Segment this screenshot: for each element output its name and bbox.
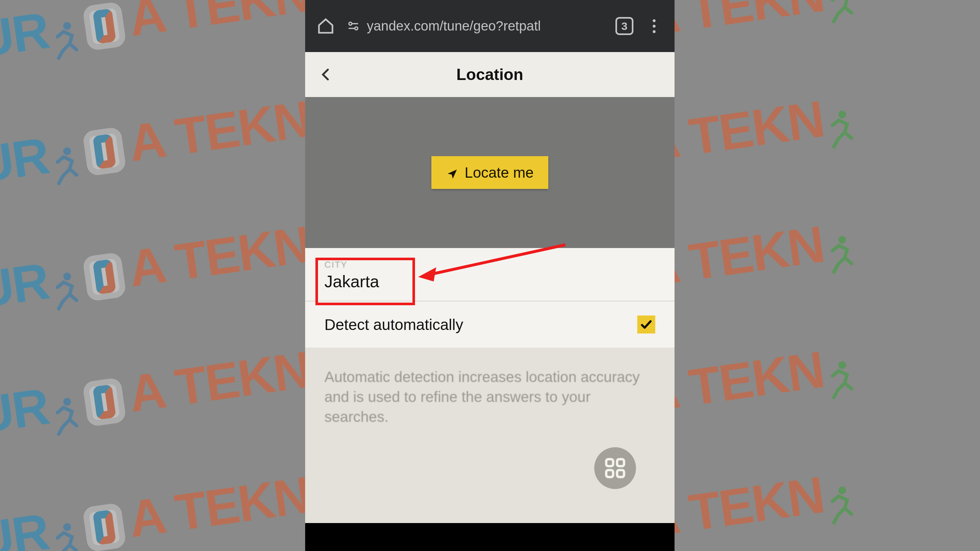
svg-point-19 — [838, 486, 847, 495]
svg-point-6 — [63, 397, 71, 406]
svg-point-15 — [838, 236, 847, 244]
svg-point-20 — [349, 22, 352, 25]
svg-point-8 — [63, 523, 71, 531]
city-field[interactable]: CITY Jakarta — [305, 248, 675, 301]
svg-point-0 — [63, 22, 71, 30]
svg-rect-28 — [606, 470, 613, 477]
page-title: Location — [305, 65, 675, 84]
overflow-menu-icon[interactable] — [645, 17, 663, 35]
svg-point-2 — [63, 147, 71, 156]
apps-grid-fab[interactable] — [594, 447, 636, 489]
browser-toolbar: yandex.com/tune/geo?retpatl 3 — [305, 0, 675, 52]
info-section: Automatic detection increases location a… — [305, 348, 675, 523]
city-field-value: Jakarta — [325, 272, 655, 291]
svg-rect-27 — [617, 459, 624, 466]
map-placeholder: Locate me — [305, 97, 675, 248]
detect-automatically-label: Detect automatically — [325, 316, 463, 333]
tab-switcher[interactable]: 3 — [616, 17, 633, 35]
site-settings-icon — [346, 19, 360, 33]
back-icon[interactable] — [319, 67, 333, 82]
tab-count-value: 3 — [622, 20, 628, 32]
svg-rect-29 — [617, 470, 624, 477]
detect-automatically-row[interactable]: Detect automatically — [305, 301, 675, 348]
locate-me-label: Locate me — [465, 164, 534, 181]
navigation-arrow-icon — [446, 166, 458, 178]
address-bar[interactable]: yandex.com/tune/geo?retpatl — [346, 18, 604, 34]
svg-point-22 — [355, 27, 358, 30]
home-icon[interactable] — [317, 17, 335, 35]
location-form: CITY Jakarta Detect automatically — [305, 248, 675, 523]
svg-point-13 — [838, 110, 847, 119]
locate-me-button[interactable]: Locate me — [431, 156, 549, 189]
svg-point-17 — [838, 361, 847, 369]
svg-point-4 — [63, 272, 71, 281]
url-text: yandex.com/tune/geo?retpatl — [367, 18, 541, 34]
info-text: Automatic detection increases location a… — [325, 367, 655, 427]
page-header: Location — [305, 52, 675, 97]
phone-frame: yandex.com/tune/geo?retpatl 3 Location — [305, 0, 675, 551]
svg-rect-26 — [606, 459, 613, 466]
city-field-label: CITY — [325, 260, 655, 270]
detect-automatically-checkbox[interactable] — [637, 315, 655, 333]
